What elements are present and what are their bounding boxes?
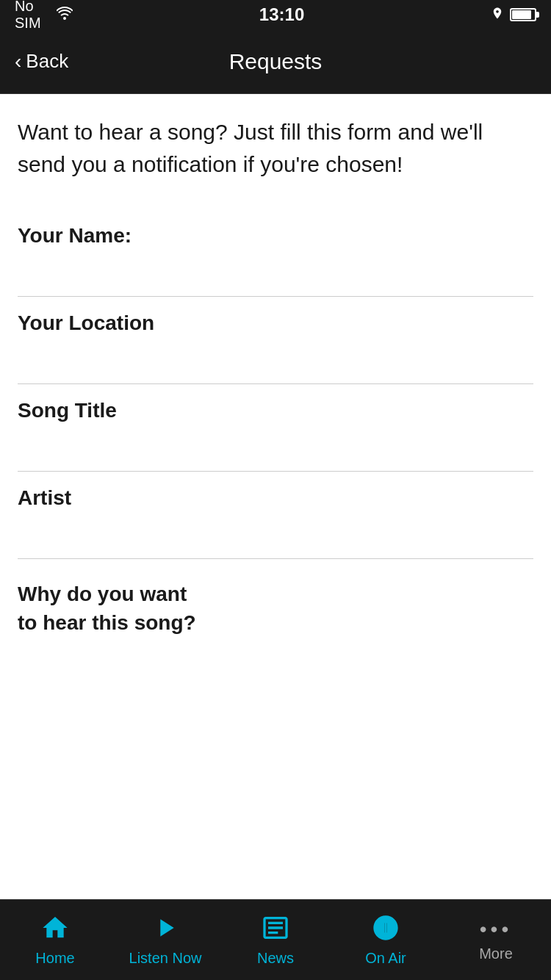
status-time: 13:10 (259, 4, 304, 25)
back-arrow-icon: ‹ (15, 50, 21, 73)
label-reason: Why do you wantto hear this song? (18, 565, 533, 643)
input-song-title[interactable] (18, 428, 533, 472)
nav-label-news: News (257, 950, 294, 967)
nav-label-home: Home (35, 950, 74, 967)
home-icon (40, 913, 70, 945)
location-icon (491, 7, 504, 24)
input-artist[interactable] (18, 516, 533, 559)
input-location[interactable] (18, 341, 533, 384)
nav-item-more[interactable]: ••• More (452, 918, 540, 962)
nav-item-listen-now[interactable]: Listen Now (121, 913, 209, 967)
nav-label-listen-now: Listen Now (129, 950, 202, 967)
field-artist: Artist (18, 472, 533, 559)
status-left: No SIM (15, 0, 73, 32)
status-bar: No SIM 13:10 (0, 0, 551, 29)
label-artist: Artist (18, 472, 533, 516)
wifi-icon (57, 7, 73, 24)
label-name: Your Name: (18, 209, 533, 253)
nav-label-more: More (479, 945, 513, 962)
play-icon (151, 913, 180, 945)
intro-text: Want to hear a song? Just fill this form… (18, 116, 533, 180)
input-reason[interactable] (18, 643, 533, 731)
carrier-label: No SIM (15, 0, 49, 32)
label-song-title: Song Title (18, 384, 533, 428)
nav-item-home[interactable]: Home (11, 913, 99, 967)
news-icon (261, 913, 290, 945)
field-song-title: Song Title (18, 384, 533, 472)
nav-item-news[interactable]: News (231, 913, 320, 967)
main-content: Want to hear a song? Just fill this form… (0, 94, 551, 899)
input-name[interactable] (18, 253, 533, 297)
nav-bar: ‹ Back Requests (0, 29, 551, 94)
status-right (491, 7, 536, 24)
svg-rect-1 (387, 917, 389, 939)
back-label: Back (26, 50, 68, 73)
field-reason: Why do you wantto hear this song? (18, 565, 533, 734)
onair-icon (371, 913, 400, 945)
label-location: Your Location (18, 297, 533, 341)
svg-rect-0 (382, 917, 384, 939)
battery-icon (510, 8, 536, 21)
bottom-nav: Home Listen Now News On Air (0, 899, 551, 980)
field-location: Your Location (18, 297, 533, 384)
back-button[interactable]: ‹ Back (15, 50, 68, 73)
page-title: Requests (229, 49, 323, 74)
nav-item-on-air[interactable]: On Air (342, 913, 430, 967)
field-name: Your Name: (18, 209, 533, 297)
more-icon: ••• (480, 918, 512, 941)
nav-label-on-air: On Air (365, 950, 406, 967)
